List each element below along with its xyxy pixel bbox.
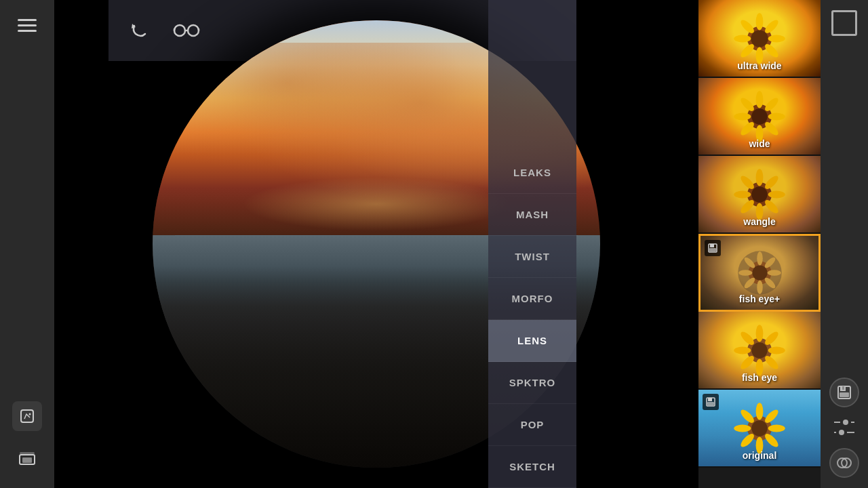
svg-point-34 <box>738 198 755 215</box>
thumb-label-fish-eye: fish eye <box>698 372 821 383</box>
svg-point-25 <box>734 113 751 120</box>
svg-point-19 <box>756 91 764 108</box>
right-bottom <box>829 378 859 478</box>
thumb-original[interactable]: original <box>698 390 821 468</box>
svg-rect-62 <box>708 398 712 401</box>
hamburger-line-1 <box>18 19 37 21</box>
svg-rect-77 <box>842 386 844 390</box>
filter-menu: LEAKS MASH TWIST MORFO LENS SPKTRO POP S… <box>488 0 576 488</box>
svg-point-36 <box>738 174 755 190</box>
blend-button[interactable] <box>829 448 859 478</box>
svg-point-55 <box>768 346 785 354</box>
svg-rect-39 <box>709 248 716 251</box>
photo-canvas <box>54 0 698 488</box>
svg-point-56 <box>763 354 780 371</box>
svg-point-59 <box>734 346 751 354</box>
layers-icon <box>17 449 37 470</box>
svg-point-21 <box>768 113 785 120</box>
svg-point-29 <box>756 169 764 186</box>
adjustments-button[interactable] <box>832 418 856 438</box>
filter-sketch[interactable]: SKETCH <box>488 446 576 488</box>
slider-knob-2 <box>839 430 844 435</box>
filter-mash[interactable]: MASH <box>488 194 576 236</box>
thumb-wide[interactable]: wide <box>698 78 821 156</box>
hamburger-line-3 <box>18 30 37 32</box>
edit-icon <box>20 409 35 424</box>
svg-rect-0 <box>21 410 33 422</box>
filter-lens[interactable]: LENS <box>488 320 576 362</box>
sunflower-svg-fisheye <box>729 320 790 381</box>
filter-pop[interactable]: POP <box>488 404 576 446</box>
svg-point-28 <box>751 186 767 202</box>
slider-knob-1 <box>843 420 848 425</box>
thumb-wangle[interactable]: wangle <box>698 156 821 234</box>
left-sidebar <box>0 0 54 488</box>
svg-point-69 <box>763 432 780 449</box>
svg-point-65 <box>751 420 767 436</box>
thumb-label-ultra-wide: ultra wide <box>698 60 821 71</box>
svg-point-54 <box>763 329 780 346</box>
svg-rect-3 <box>22 458 32 463</box>
left-bottom-icons <box>12 401 42 474</box>
edit-button[interactable] <box>12 401 42 431</box>
save-button[interactable] <box>829 378 859 407</box>
sunflower-svg-wide <box>729 86 790 147</box>
thumb-fish-eye[interactable]: fish eye <box>698 312 821 390</box>
svg-point-14 <box>738 42 755 59</box>
hamburger-line-2 <box>18 24 37 26</box>
blend-icon <box>837 455 852 470</box>
svg-rect-38 <box>710 244 714 247</box>
floppy-disk-icon <box>836 384 852 401</box>
svg-point-53 <box>756 325 764 342</box>
sunflower-svg-ultra-wide <box>729 8 790 69</box>
slider-track-2b <box>847 432 854 433</box>
svg-point-8 <box>751 30 768 47</box>
thumb-ultra-wide[interactable]: ultra wide <box>698 0 821 78</box>
svg-point-43 <box>757 251 763 265</box>
svg-point-68 <box>768 424 785 432</box>
frame-button[interactable] <box>831 10 857 36</box>
right-top <box>831 10 857 36</box>
right-sidebar <box>821 0 868 488</box>
svg-point-58 <box>738 354 755 371</box>
save-badge-fish-eye-plus <box>705 240 721 256</box>
light-glow <box>242 177 511 231</box>
thumb-label-fish-eye-plus: fish eye+ <box>701 293 818 304</box>
svg-rect-4 <box>20 452 35 454</box>
svg-point-73 <box>738 407 755 424</box>
svg-point-45 <box>767 270 781 276</box>
svg-point-9 <box>756 13 764 30</box>
save-badge-icon <box>708 243 717 253</box>
save-badge-original <box>703 394 719 410</box>
menu-button[interactable] <box>12 14 42 37</box>
svg-point-10 <box>763 18 780 35</box>
svg-point-72 <box>734 424 751 432</box>
slider-track-1b <box>851 422 854 423</box>
svg-rect-76 <box>840 392 849 397</box>
sunflower-svg-wangle <box>729 164 790 225</box>
svg-point-15 <box>734 35 751 42</box>
svg-point-67 <box>763 407 780 424</box>
slider-line-1 <box>834 420 854 425</box>
svg-point-1 <box>29 413 31 415</box>
filter-spktro[interactable]: SPKTRO <box>488 362 576 404</box>
svg-point-22 <box>763 120 780 137</box>
thumbnail-panel: ultra wide wide <box>698 0 821 488</box>
svg-point-42 <box>752 265 767 280</box>
slider-line-2 <box>834 430 854 435</box>
thumb-fish-eye-plus[interactable]: fish eye+ <box>698 234 821 312</box>
main-content: LEAKS MASH TWIST MORFO LENS SPKTRO POP S… <box>54 0 698 488</box>
svg-point-52 <box>751 342 767 358</box>
svg-point-66 <box>756 403 764 420</box>
filter-twist[interactable]: TWIST <box>488 236 576 278</box>
svg-rect-63 <box>707 402 714 405</box>
thumb-label-wangle: wangle <box>698 216 821 227</box>
layers-button[interactable] <box>12 445 42 474</box>
filter-morfo[interactable]: MORFO <box>488 278 576 320</box>
svg-point-31 <box>768 190 785 198</box>
thumb-label-wide: wide <box>698 138 821 149</box>
filter-leaks[interactable]: LEAKS <box>488 152 576 194</box>
svg-point-30 <box>763 174 780 190</box>
svg-point-24 <box>738 120 755 137</box>
svg-point-26 <box>738 96 755 113</box>
